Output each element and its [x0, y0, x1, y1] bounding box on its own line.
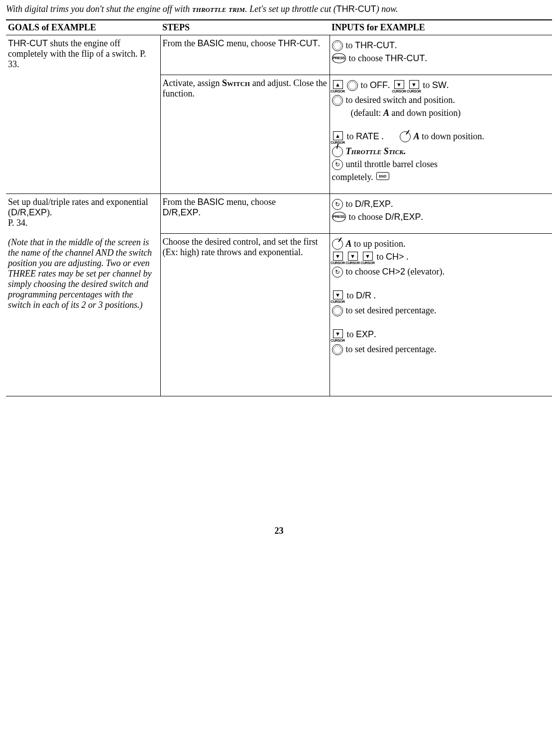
page-number: 23 [6, 526, 552, 536]
cursor-down-icon: ▼CURSOR [332, 290, 344, 303]
inputs-1b: ▲CURSOR to OFF. ▼CURSOR ▼CURSOR to SW. t… [330, 75, 552, 194]
intro-text: With digital trims you don't shut the en… [6, 4, 552, 14]
inputs-2b: A to up position. ▼CURSOR ▼CURSOR ▼CURSO… [330, 234, 552, 396]
cursor-down-icon: ▼CURSOR [362, 252, 374, 265]
rotate-icon [332, 199, 343, 210]
dial-icon [332, 95, 343, 106]
cursor-up-icon: ▲CURSOR [332, 80, 344, 93]
switch-icon [400, 131, 411, 142]
inputs-1a: to THR-CUT. PRESS to choose THR-CUT. [330, 35, 552, 75]
col-header-goals: GOALS of EXAMPLE [6, 20, 160, 35]
instruction-table: GOALS of EXAMPLE STEPS INPUTS for EXAMPL… [6, 19, 552, 396]
cursor-up-icon: ▲CURSOR [332, 131, 344, 144]
cursor-down-icon: ▼CURSOR [332, 252, 344, 265]
cursor-down-icon: ▼CURSOR [408, 80, 420, 93]
cursor-down-icon: ▼CURSOR [332, 329, 344, 342]
dial-icon [347, 80, 358, 91]
switch-icon [332, 239, 343, 250]
press-icon: PRESS [332, 53, 346, 63]
inputs-2a: to D/R,EXP. PRESS to choose D/R,EXP. [330, 194, 552, 234]
dial-icon [332, 305, 343, 316]
goal-dr-exp: Set up dual/triple rates and exponential… [6, 194, 160, 396]
cursor-down-icon: ▼CURSOR [393, 80, 405, 93]
rotate-icon [332, 267, 343, 278]
col-header-inputs: INPUTS for EXAMPLE [330, 20, 552, 35]
press-icon: PRESS [332, 212, 346, 222]
dial-icon [332, 344, 343, 355]
end-icon: END [376, 172, 389, 180]
col-header-steps: STEPS [160, 20, 330, 35]
step-2b: Choose the desired control, and set the … [160, 234, 330, 396]
rotate-icon [332, 159, 343, 170]
step-2a: From the BASIC menu, choose D/R,EXP. [160, 194, 330, 234]
step-1b: Activate, assign Switch and adjust. Clos… [160, 75, 330, 194]
cursor-down-icon: ▼CURSOR [347, 252, 359, 265]
goal-thr-cut: THR-CUT shuts the engine off completely … [6, 35, 160, 194]
stick-icon [332, 146, 343, 157]
step-1a: From the BASIC menu, choose THR-CUT. [160, 35, 330, 75]
dial-icon [332, 40, 343, 51]
